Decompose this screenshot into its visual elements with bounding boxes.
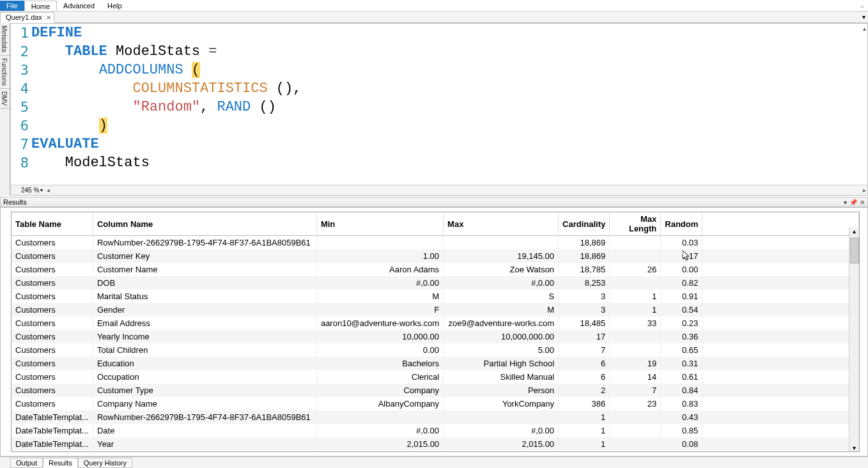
table-cell[interactable]: 0.43	[661, 410, 702, 424]
table-cell[interactable]: 18,785	[559, 263, 610, 276]
table-cell[interactable]: Clerical	[316, 370, 443, 384]
table-cell[interactable]: 8,253	[559, 276, 610, 290]
table-cell[interactable]: Skilled Manual	[444, 370, 559, 384]
table-cell[interactable]: 1	[559, 410, 610, 424]
table-cell[interactable]: 1.00	[316, 249, 443, 263]
table-row[interactable]: CustomersCustomer NameAaron AdamsZoe Wat…	[12, 263, 859, 276]
table-cell[interactable]: Customers	[12, 303, 93, 316]
scrollbar-thumb[interactable]	[850, 238, 859, 263]
table-cell[interactable]: 6	[559, 357, 610, 370]
table-cell[interactable]: 0.03	[661, 236, 702, 249]
table-cell[interactable]: 14	[610, 370, 661, 384]
document-tab[interactable]: Query1.dax ✕	[0, 12, 54, 23]
table-cell[interactable]: Customers	[12, 276, 93, 290]
table-cell[interactable]: F	[316, 303, 443, 316]
results-grid[interactable]: Table NameColumn NameMinMaxCardinalityMa…	[12, 212, 859, 451]
table-cell[interactable]: 7	[559, 343, 610, 357]
code-line[interactable]: TABLE ModelStats =	[31, 42, 867, 61]
table-cell[interactable]	[610, 410, 661, 424]
table-cell[interactable]: 0.23	[661, 316, 702, 330]
ribbon-collapse-icon[interactable]: ⌵	[856, 2, 868, 9]
code-area[interactable]: DEFINE TABLE ModelStats = ADDCOLUMNS ( C…	[31, 24, 867, 185]
table-cell[interactable]: DOB	[93, 276, 316, 290]
table-cell[interactable]: 0.91	[661, 290, 702, 303]
table-cell[interactable]: aaron10@adventure-works.com	[316, 316, 443, 330]
table-cell[interactable]: 2	[559, 384, 610, 397]
code-line[interactable]: EVALUATE	[31, 135, 867, 153]
table-cell[interactable]: 10,000.00	[316, 330, 443, 343]
table-cell[interactable]: 2,015.00	[444, 437, 559, 451]
column-header[interactable]: Max	[444, 212, 559, 236]
table-cell[interactable]: RowNumber-2662979B-1795-4F74-8F37-6A1BA8…	[93, 410, 316, 424]
table-cell[interactable]: 10,000,000.00	[444, 330, 559, 343]
close-icon[interactable]: ✕	[46, 14, 51, 21]
table-cell[interactable]: Customers	[12, 330, 93, 343]
code-line[interactable]: DEFINE	[31, 24, 867, 42]
table-cell[interactable]: 18,869	[559, 236, 610, 249]
table-cell[interactable]: 17	[559, 330, 610, 343]
table-cell[interactable]	[610, 249, 661, 263]
table-cell[interactable]	[610, 424, 661, 437]
scroll-down-arrow-icon[interactable]: ▾	[853, 444, 856, 451]
table-row[interactable]: CustomersCompany NameAlbanyCompanyYorkCo…	[12, 397, 859, 410]
table-cell[interactable]: Customers	[12, 343, 93, 357]
table-row[interactable]: CustomersYearly Income10,000.0010,000,00…	[12, 330, 859, 343]
scroll-up-icon[interactable]: ▴	[863, 25, 866, 32]
table-cell[interactable]	[444, 410, 559, 424]
table-cell[interactable]: DateTableTemplat...	[12, 424, 93, 437]
table-cell[interactable]	[316, 236, 443, 249]
table-cell[interactable]: Customers	[12, 357, 93, 370]
table-cell[interactable]: Customers	[12, 316, 93, 330]
table-cell[interactable]: DateTableTemplat...	[12, 410, 93, 424]
table-cell[interactable]: Email Address	[93, 316, 316, 330]
table-cell[interactable]: 0.00	[316, 343, 443, 357]
table-cell[interactable]: AlbanyCompany	[316, 397, 443, 410]
table-row[interactable]: CustomersCustomer Key1.0019,145.0018,869…	[12, 249, 859, 263]
scroll-up-arrow-icon[interactable]: ▴	[853, 228, 856, 235]
code-line[interactable]: COLUMNSTATISTICS (),	[31, 79, 867, 98]
table-row[interactable]: DateTableTemplat...Date#,0.00#,0.0010.85	[12, 424, 859, 437]
table-row[interactable]: CustomersGenderFM310.54	[12, 303, 859, 316]
table-cell[interactable]: 19,145.00	[444, 249, 559, 263]
table-cell[interactable]	[610, 330, 661, 343]
table-cell[interactable]: 1	[610, 290, 661, 303]
panel-close-icon[interactable]: ✕	[860, 199, 865, 206]
table-cell[interactable]: Marital Status	[93, 290, 316, 303]
menu-help[interactable]: Help	[101, 1, 128, 11]
table-cell[interactable]: 18,485	[559, 316, 610, 330]
table-cell[interactable]: Gender	[93, 303, 316, 316]
table-row[interactable]: DateTableTemplat...RowNumber-2662979B-17…	[12, 410, 859, 424]
hscroll-right-icon[interactable]: ▸	[863, 187, 866, 194]
table-row[interactable]: CustomersMarital StatusMS310.91	[12, 290, 859, 303]
table-cell[interactable]: Customers	[12, 290, 93, 303]
table-cell[interactable]: 0.85	[661, 424, 702, 437]
table-cell[interactable]: Company Name	[93, 397, 316, 410]
table-row[interactable]: CustomersCustomer TypeCompanyPerson270.8…	[12, 384, 859, 397]
table-cell[interactable]: Customers	[12, 236, 93, 249]
table-cell[interactable]: Customers	[12, 370, 93, 384]
menu-advanced[interactable]: Advanced	[57, 1, 101, 11]
table-cell[interactable]: Customers	[12, 249, 93, 263]
table-row[interactable]: CustomersDOB#,0.00#,0.008,2530.82	[12, 276, 859, 290]
menu-file[interactable]: File	[0, 1, 24, 11]
tab-overflow-icon[interactable]: ▾	[862, 13, 865, 20]
table-cell[interactable]: 0.31	[661, 357, 702, 370]
table-cell[interactable]: Education	[93, 357, 316, 370]
menu-home[interactable]: Home	[24, 1, 57, 11]
table-cell[interactable]: 0.82	[661, 276, 702, 290]
code-line[interactable]: ADDCOLUMNS (	[31, 61, 867, 79]
table-cell[interactable]: 0.17	[661, 249, 702, 263]
pin-icon[interactable]: 📌	[849, 199, 857, 206]
table-cell[interactable]: 26	[610, 263, 661, 276]
bottom-tab-results[interactable]: Results	[43, 458, 78, 468]
table-row[interactable]: CustomersEducationBachelorsPartial High …	[12, 357, 859, 370]
code-line[interactable]: )	[31, 116, 867, 135]
table-cell[interactable]: Customers	[12, 397, 93, 410]
table-cell[interactable]: #,0.00	[316, 276, 443, 290]
table-cell[interactable]: 0.84	[661, 384, 702, 397]
table-cell[interactable]: 3	[559, 303, 610, 316]
zoom-control[interactable]: 245 % ▾	[21, 187, 43, 194]
table-cell[interactable]: Year	[93, 437, 316, 451]
table-cell[interactable]: 23	[610, 397, 661, 410]
table-cell[interactable]: Customer Type	[93, 384, 316, 397]
